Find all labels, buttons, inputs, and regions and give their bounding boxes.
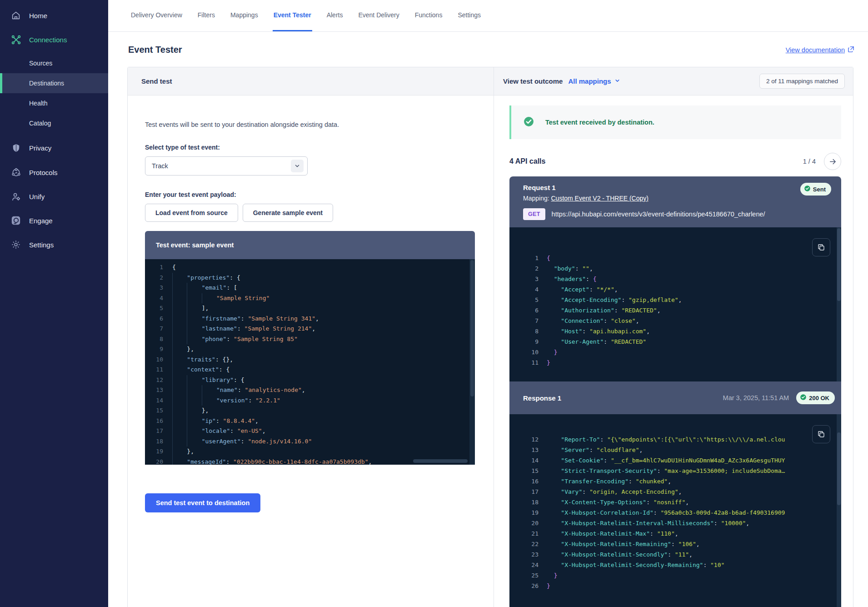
code-line: 7 "lastname": "Sample String 214",	[145, 324, 475, 334]
http-method-chip: GET	[523, 208, 545, 220]
pagination-label: 1 / 4	[803, 158, 816, 165]
unify-icon	[10, 191, 22, 202]
code-line: 3 "headers": {	[509, 274, 841, 284]
check-circle-icon	[800, 394, 807, 402]
code-line: 11}	[509, 357, 841, 368]
code-line: 4 "Sample String"	[145, 293, 475, 304]
tab-mappings[interactable]: Mappings	[229, 0, 259, 31]
copy-request-button[interactable]	[812, 238, 830, 256]
app-root: Home Connections Sources Destinations He…	[0, 0, 868, 607]
request-url: https://api.hubapi.com/events/v3/event-d…	[552, 211, 765, 218]
send-test-description: Test events will be sent to your destina…	[145, 121, 475, 128]
response-timestamp: Mar 3, 2025, 11:51 AM	[723, 394, 789, 401]
generate-sample-button[interactable]: Generate sample event	[243, 204, 333, 222]
code-line: 20 "X-Hubspot-Ratelimit-Interval-Millise…	[509, 518, 841, 528]
editor-hscrollbar[interactable]	[413, 459, 468, 463]
copy-response-button[interactable]	[812, 425, 830, 443]
editor-code[interactable]: 1{2 "properties": {3 "email": [4 "Sample…	[145, 259, 475, 465]
load-event-button[interactable]: Load event from source	[145, 204, 238, 222]
code-line: 8 "phone": "Sample String 85"	[145, 334, 475, 345]
code-line: 15 "Strict-Transport-Security": "max-age…	[509, 466, 841, 476]
code-line: 11 "context": {	[145, 365, 475, 375]
code-line: 4 "Accept": "*/*",	[509, 284, 841, 295]
sidebar: Home Connections Sources Destinations He…	[0, 0, 108, 607]
tab-settings[interactable]: Settings	[457, 0, 482, 31]
event-type-label: Select type of test event:	[145, 144, 475, 151]
sidebar-item-label: Privacy	[29, 144, 51, 152]
request-body-code: 1{2 "body": "",3 "headers": {4 "Accept":…	[509, 227, 841, 381]
sidebar-item-destinations[interactable]: Destinations	[0, 73, 108, 93]
event-type-select[interactable]: Track	[145, 156, 308, 176]
sidebar-item-label: Engage	[29, 217, 53, 225]
external-link-icon	[848, 46, 854, 54]
editor-scrollbar[interactable]	[469, 259, 475, 465]
sidebar-item-health[interactable]: Health	[0, 93, 108, 113]
tab-delivery-overview[interactable]: Delivery Overview	[130, 0, 183, 31]
check-circle-icon	[804, 185, 811, 193]
payload-label: Enter your test event payload:	[145, 191, 475, 198]
code-line: 2 "properties": {	[145, 273, 475, 283]
page-title: Event Tester	[128, 45, 182, 55]
code-line: 14 "Set-Cookie": "__cf_bm=4hlC7wuDU1HinN…	[509, 455, 841, 466]
event-type-value: Track	[152, 162, 168, 170]
code-line: 12 "library": {	[145, 375, 475, 386]
code-line: 19 "X-Hubspot-Correlation-Id": "956a0cb3…	[509, 507, 841, 518]
test-outcome-panel: View test outcome All mappings 2 of 11 m…	[494, 67, 853, 607]
sidebar-item-protocols[interactable]: Protocols	[0, 162, 108, 182]
event-tester-card: Send test Test events will be sent to yo…	[127, 67, 853, 607]
check-circle-icon	[523, 116, 534, 129]
outcome-header: View test outcome	[503, 77, 563, 85]
sidebar-item-label: Home	[29, 12, 47, 20]
code-line: 9 },	[145, 344, 475, 355]
code-line: 13 "name": "analytics-node",	[145, 385, 475, 396]
success-message: Test event received by destination.	[545, 119, 654, 126]
request-header: Request 1 Sent Mapping: Custom Event V2 …	[509, 176, 841, 227]
sidebar-item-connections[interactable]: Connections	[0, 30, 108, 50]
sent-status-badge: Sent	[800, 183, 831, 196]
view-documentation-link[interactable]: View documentation	[786, 46, 854, 54]
tab-alerts[interactable]: Alerts	[326, 0, 344, 31]
response-title: Response 1	[523, 394, 561, 402]
mappings-filter-dropdown[interactable]: All mappings	[568, 77, 620, 85]
code-line: 23 "X-Hubspot-Ratelimit-Secondly": "11",	[509, 549, 841, 560]
send-test-event-button[interactable]: Send test event to destination	[145, 493, 260, 512]
sidebar-item-label: Protocols	[29, 169, 58, 176]
sidebar-item-unify[interactable]: Unify	[0, 186, 108, 206]
mapping-link[interactable]: Custom Event V2 - THREE (Copy)	[551, 195, 648, 202]
code-line: 12 "Report-To": "{\"endpoints\":[{\"url\…	[509, 434, 841, 445]
request-title: Request 1	[523, 184, 831, 191]
response-header: Response 1 Mar 3, 2025, 11:51 AM 200 OK	[509, 381, 841, 414]
code-line: 10 "traits": {},	[145, 355, 475, 365]
code-line: 18 "userAgent": "node.js/v14.16.0"	[145, 436, 475, 447]
request-scrollbar[interactable]	[837, 227, 841, 381]
tab-functions[interactable]: Functions	[414, 0, 444, 31]
privacy-icon	[10, 142, 22, 154]
next-api-call-button[interactable]	[824, 153, 841, 170]
response-scrollbar[interactable]	[837, 414, 841, 607]
code-line: 2 "body": "",	[509, 263, 841, 274]
chevron-down-icon	[614, 77, 620, 85]
sidebar-item-home[interactable]: Home	[0, 5, 108, 25]
sidebar-item-label: Unify	[29, 193, 45, 201]
code-line: 13 "Server": "cloudflare",	[509, 445, 841, 455]
tab-filters[interactable]: Filters	[197, 0, 216, 31]
response-status-badge: 200 OK	[796, 391, 835, 404]
engage-icon	[10, 215, 22, 226]
gear-icon	[10, 239, 22, 251]
code-line: 26}	[509, 581, 841, 591]
code-line: 24 "X-Hubspot-Ratelimit-Secondly-Remaini…	[509, 560, 841, 570]
sidebar-item-settings[interactable]: Settings	[0, 235, 108, 255]
send-test-panel: Send test Test events will be sent to yo…	[128, 67, 494, 607]
code-line: 6 "firstname": "Sample String 341",	[145, 314, 475, 324]
payload-editor[interactable]: Test event: sample event 1{2 "properties…	[145, 231, 475, 465]
sidebar-item-engage[interactable]: Engage	[0, 211, 108, 231]
sidebar-item-label: Connections	[29, 36, 67, 44]
protocols-icon	[10, 166, 22, 178]
tab-event-delivery[interactable]: Event Delivery	[357, 0, 400, 31]
sidebar-item-sources[interactable]: Sources	[0, 53, 108, 73]
code-line: 16 "ip": "8.8.4.4",	[145, 416, 475, 426]
sidebar-item-catalog[interactable]: Catalog	[0, 113, 108, 133]
sidebar-item-privacy[interactable]: Privacy	[0, 138, 108, 158]
tab-event-tester[interactable]: Event Tester	[273, 0, 312, 31]
code-line: 6 "Authorization": "REDACTED",	[509, 305, 841, 316]
